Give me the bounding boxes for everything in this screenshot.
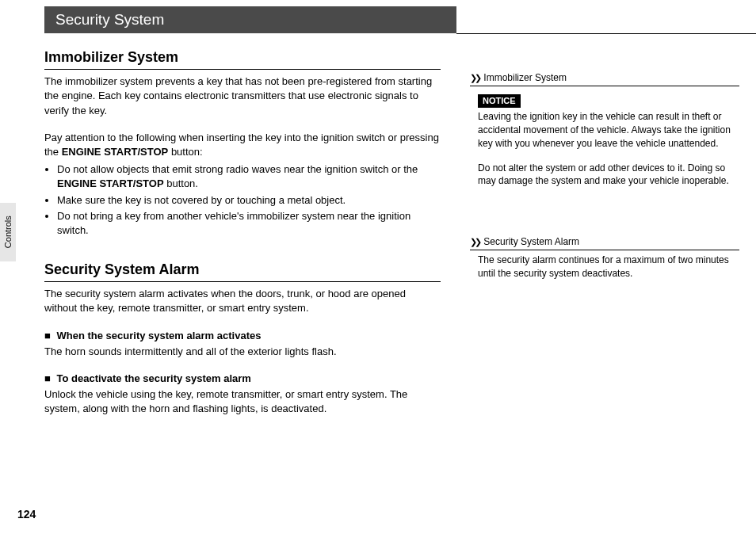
sidebar-content: Immobilizer System NOTICE Leaving the ig… bbox=[470, 71, 739, 280]
sidebar-alarm-text: The security alarm continues for a maxim… bbox=[478, 254, 739, 280]
alarm-subheading-activates: When the security system alarm activates bbox=[44, 329, 441, 343]
notice-box: NOTICE Leaving the ignition key in the v… bbox=[478, 94, 739, 188]
notice-text-2: Do not alter the system or add other dev… bbox=[478, 162, 739, 189]
header-rule bbox=[456, 33, 756, 34]
immobilizer-heading: Immobilizer System bbox=[44, 48, 441, 70]
text: Do not allow objects that emit strong ra… bbox=[57, 163, 418, 175]
ref-text: Security System Alarm bbox=[483, 236, 579, 247]
text: button: bbox=[168, 146, 202, 158]
manual-page: Security System Controls Immobilizer Sys… bbox=[0, 0, 756, 534]
sidebar-block-alarm: Security System Alarm The security alarm… bbox=[470, 235, 739, 280]
notice-label: NOTICE bbox=[478, 94, 521, 108]
list-item: Make sure the key is not covered by or t… bbox=[57, 193, 441, 208]
immobilizer-instructions: Pay attention to the following when inse… bbox=[44, 131, 441, 159]
alarm-intro: The security system alarm activates when… bbox=[44, 287, 441, 315]
text: button. bbox=[164, 177, 198, 189]
chapter-tab: Controls bbox=[0, 203, 16, 261]
alarm-activates-text: The horn sounds intermittently and all o… bbox=[44, 345, 441, 359]
list-item: Do not allow objects that emit strong ra… bbox=[57, 162, 441, 191]
chapter-tab-label: Controls bbox=[2, 216, 13, 249]
alarm-heading: Security System Alarm bbox=[44, 260, 441, 282]
subheading-text: To deactivate the security system alarm bbox=[56, 372, 250, 384]
section-header: Security System bbox=[44, 6, 456, 33]
immobilizer-bullets: Do not allow objects that emit strong ra… bbox=[44, 162, 441, 238]
sidebar-ref-alarm: Security System Alarm bbox=[470, 235, 739, 250]
alarm-subheading-deactivate: To deactivate the security system alarm bbox=[44, 372, 441, 386]
engine-start-stop-label: ENGINE START/STOP bbox=[62, 146, 169, 158]
immobilizer-intro: The immobilizer system prevents a key th… bbox=[44, 74, 441, 118]
sidebar-ref-immobilizer: Immobilizer System bbox=[470, 71, 739, 86]
notice-text-1: Leaving the ignition key in the vehicle … bbox=[478, 110, 739, 150]
main-content: Immobilizer System The immobilizer syste… bbox=[44, 48, 441, 417]
engine-start-stop-label: ENGINE START/STOP bbox=[57, 177, 164, 189]
page-number: 124 bbox=[17, 507, 36, 523]
ref-text: Immobilizer System bbox=[483, 72, 567, 83]
list-item: Do not bring a key from another vehicle'… bbox=[57, 209, 441, 238]
subheading-text: When the security system alarm activates bbox=[56, 330, 261, 341]
alarm-deactivate-text: Unlock the vehicle using the key, remote… bbox=[44, 387, 441, 416]
section-header-title: Security System bbox=[55, 10, 164, 31]
